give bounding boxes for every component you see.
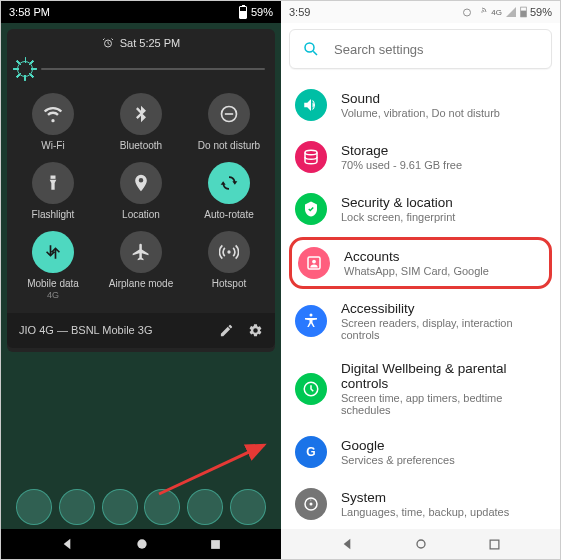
dock-app[interactable] [187, 489, 223, 525]
nav-bar-right [281, 529, 560, 559]
tile-hotspot[interactable]: Hotspot [185, 231, 273, 301]
qs-header[interactable]: Sat 5:25 PM [7, 29, 275, 57]
wellbeing-icon [295, 373, 327, 405]
clock: 3:58 PM [9, 6, 50, 18]
storage-icon [295, 141, 327, 173]
settings-row-security[interactable]: Security & locationLock screen, fingerpr… [281, 183, 560, 235]
accounts-icon [298, 247, 330, 279]
dock-app[interactable] [59, 489, 95, 525]
nav-home-icon[interactable] [413, 536, 429, 552]
autorotate-icon [208, 162, 250, 204]
svg-point-14 [305, 150, 317, 155]
home-dock [1, 485, 281, 529]
settings-row-sound[interactable]: SoundVolume, vibration, Do not disturb [281, 79, 560, 131]
tile-bluetooth[interactable]: Bluetooth [97, 93, 185, 152]
row-title: Security & location [341, 195, 455, 210]
brightness-icon [17, 61, 33, 77]
row-title: Accounts [344, 249, 489, 264]
bluetooth-icon [120, 93, 162, 135]
settings-row-wellbeing[interactable]: Digital Wellbeing & parental controlsScr… [281, 351, 560, 426]
row-subtitle: Lock screen, fingerprint [341, 211, 455, 223]
gear-icon[interactable] [248, 323, 263, 338]
tile-autorotate[interactable]: Auto-rotate [185, 162, 273, 221]
battery-percent: 59% [530, 6, 552, 18]
search-input[interactable] [334, 42, 539, 57]
hotspot-icon [208, 231, 250, 273]
tile-mobiledata[interactable]: Mobile data4G [9, 231, 97, 301]
tile-wifi[interactable]: Wi-Fi [9, 93, 97, 152]
highlight-box: AccountsWhatsApp, SIM Card, Google [289, 237, 552, 289]
svg-text:G: G [306, 445, 315, 459]
signal-icon [505, 6, 517, 18]
clock: 3:59 [289, 6, 310, 18]
battery-icon [239, 6, 247, 19]
quick-settings-panel: Sat 5:25 PM Wi-FiBluetoothDo not disturb… [7, 29, 275, 352]
tile-label: Location [122, 209, 160, 221]
wifi-icon [32, 93, 74, 135]
row-subtitle: Screen time, app timers, bedtime schedul… [341, 392, 546, 416]
tile-label: Flashlight [32, 209, 75, 221]
row-title: Storage [341, 143, 462, 158]
tile-label: Hotspot [212, 278, 246, 290]
nav-recent-icon[interactable] [208, 537, 223, 552]
dock-app[interactable] [16, 489, 52, 525]
settings-row-google[interactable]: GGoogleServices & preferences [281, 426, 560, 478]
edit-icon[interactable] [219, 323, 234, 338]
settings-row-system[interactable]: iSystemLanguages, time, backup, updates [281, 478, 560, 530]
row-subtitle: Languages, time, backup, updates [341, 506, 509, 518]
svg-point-9 [482, 11, 484, 13]
phone-settings: 3:59 4G 59% SoundVolume, vibration, Do n… [281, 1, 560, 559]
svg-rect-6 [211, 540, 220, 549]
security-icon [295, 193, 327, 225]
settings-row-accessibility[interactable]: AccessibilityScreen readers, display, in… [281, 291, 560, 351]
svg-point-23 [417, 540, 425, 548]
svg-rect-3 [51, 176, 56, 179]
carrier-text: JIO 4G — BSNL Mobile 3G [19, 324, 152, 336]
battery-percent: 59% [251, 6, 273, 18]
status-bar-right: 3:59 4G 59% [281, 1, 560, 23]
row-subtitle: WhatsApp, SIM Card, Google [344, 265, 489, 277]
row-title: Google [341, 438, 455, 453]
dock-app[interactable] [144, 489, 180, 525]
dock-app[interactable] [102, 489, 138, 525]
sound-icon [295, 89, 327, 121]
accessibility-icon [295, 305, 327, 337]
brightness-track [41, 68, 265, 70]
mobiledata-icon [32, 231, 74, 273]
dnd-icon [208, 93, 250, 135]
svg-point-5 [137, 539, 146, 548]
settings-row-accounts[interactable]: AccountsWhatsApp, SIM Card, Google [298, 247, 543, 279]
qs-footer: JIO 4G — BSNL Mobile 3G [7, 313, 275, 348]
row-subtitle: Services & preferences [341, 454, 455, 466]
row-title: Accessibility [341, 301, 546, 316]
tile-label: Mobile data4G [27, 278, 79, 301]
tile-flashlight[interactable]: Flashlight [9, 162, 97, 221]
svg-point-16 [312, 260, 316, 264]
tile-label: Airplane mode [109, 278, 173, 290]
status-bar-left: 3:58 PM 59% [1, 1, 281, 23]
tile-label: Do not disturb [198, 140, 260, 152]
nav-home-icon[interactable] [134, 536, 150, 552]
tile-airplane[interactable]: Airplane mode [97, 231, 185, 301]
alarm-icon [102, 37, 114, 49]
system-icon: i [295, 488, 327, 520]
nav-recent-icon[interactable] [487, 537, 502, 552]
search-settings[interactable] [289, 29, 552, 69]
nav-back-icon[interactable] [59, 536, 75, 552]
dock-app[interactable] [230, 489, 266, 525]
tile-location[interactable]: Location [97, 162, 185, 221]
svg-rect-11 [521, 11, 527, 17]
svg-line-13 [313, 51, 317, 55]
svg-point-21 [310, 503, 313, 506]
tile-dnd[interactable]: Do not disturb [185, 93, 273, 152]
brightness-slider[interactable] [7, 57, 275, 89]
svg-point-17 [310, 314, 313, 317]
nav-back-icon[interactable] [339, 536, 355, 552]
flashlight-icon [32, 162, 74, 204]
svg-point-12 [305, 43, 314, 52]
google-icon: G [295, 436, 327, 468]
tile-label: Auto-rotate [204, 209, 253, 221]
settings-row-storage[interactable]: Storage70% used - 9.61 GB free [281, 131, 560, 183]
svg-rect-24 [490, 540, 499, 549]
row-subtitle: Screen readers, display, interaction con… [341, 317, 546, 341]
